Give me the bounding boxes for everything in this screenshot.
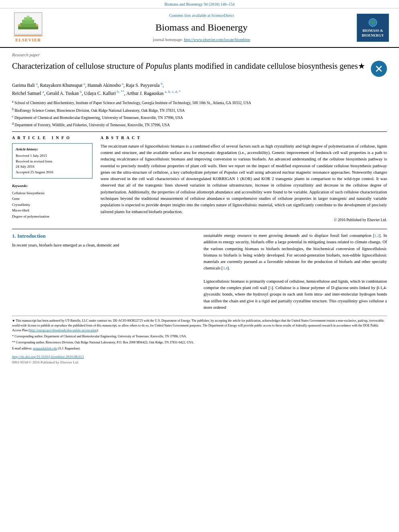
accepted-date: Accepted 25 August 2016 — [16, 170, 89, 175]
journal-citation-bar: Biomass and Bioenergy 94 (2016) 146–154 — [0, 0, 399, 8]
svg-point-5 — [18, 24, 21, 27]
affiliation-b: BioEnergy Science Center, Biosciences Di… — [14, 109, 185, 113]
svg-point-6 — [36, 24, 38, 27]
science-direct-text: Contents lists available at ScienceDirec… — [52, 13, 351, 18]
abstract-header: A B S T R A C T — [101, 135, 387, 141]
revised-label: Received in revised form — [16, 159, 89, 164]
issn-text: 0961-9534/© 2016 Published by Elsevier L… — [12, 360, 387, 366]
crossmark-logo[interactable] — [371, 61, 387, 77]
footnote-single-star: * Corresponding author. Department of Ch… — [12, 334, 387, 339]
article-body-columns: A R T I C L E I N F O Article history: R… — [12, 135, 387, 223]
footnote-double-star: ** Corresponding author. Biosciences Div… — [12, 340, 387, 345]
doi-link: http://dx.doi.org/10.1016/j.biombioe.201… — [12, 354, 387, 360]
journal-title-area: Contents lists available at ScienceDirec… — [52, 13, 351, 43]
abstract-text: The recalcitrant nature of lignocellulos… — [101, 143, 387, 215]
article-info-box: Article history: Received 1 July 2015 Re… — [12, 143, 93, 179]
article-info-column: A R T I C L E I N F O Article history: R… — [12, 135, 93, 223]
received-date: Received 1 July 2015 — [16, 153, 89, 159]
intro-section: 1. Introduction In recent years, biofuel… — [12, 232, 387, 311]
elsevier-logo-area: ELSEVIER — [8, 12, 48, 43]
affiliations: a School of Chemistry and Biochemistry, … — [12, 99, 387, 128]
elsevier-wordmark: ELSEVIER — [14, 35, 42, 43]
journal-logo-box: BIOMASS &BIOENERGY — [357, 14, 389, 42]
journal-url[interactable]: http://www.elsevier.com/locate/biombioe — [184, 37, 250, 42]
revised-date: 24 July 2016 — [16, 164, 89, 170]
journal-logo-text: BIOMASS &BIOENERGY — [362, 29, 384, 38]
article-info-header: A R T I C L E I N F O — [12, 135, 93, 141]
section-divider — [12, 131, 387, 132]
affiliation-d: Department of Forestry, Wildlife, and Fi… — [14, 123, 170, 127]
article-title: Characterization of cellulose structure … — [12, 61, 367, 72]
intro-left-col: 1. Introduction In recent years, biofuel… — [12, 232, 195, 311]
keywords-title: Keywords: — [12, 183, 93, 189]
intro-text-right: sustainable energy resource to meet grow… — [204, 232, 387, 311]
page-wrapper: Biomass and Bioenergy 94 (2016) 146–154 — [0, 0, 399, 369]
keywords-content: Cellulose biosynthesis Gene Crystallinit… — [12, 190, 93, 219]
elsevier-logo: ELSEVIER — [14, 12, 42, 43]
article-type-label: Research paper — [12, 52, 387, 58]
science-direct-link[interactable]: ScienceDirect — [211, 13, 234, 18]
main-content: Research paper Characterization of cellu… — [0, 48, 399, 369]
journal-citation: Biomass and Bioenergy 94 (2016) 146–154 — [165, 2, 235, 6]
doi-section: http://dx.doi.org/10.1016/j.biombioe.201… — [12, 354, 387, 365]
footnote-star: ★ This manuscript has been authored by U… — [12, 318, 387, 333]
article-history-title: Article history: — [16, 147, 89, 152]
journal-title: Biomass and Bioenergy — [52, 21, 351, 35]
affiliation-c: Department of Chemical and Biomolecular … — [14, 116, 183, 120]
keywords-box: Keywords: Cellulose biosynthesis Gene Cr… — [12, 183, 93, 219]
journal-logo-area: BIOMASS &BIOENERGY — [355, 14, 391, 42]
intro-text-left: In recent years, biofuels have emerged a… — [12, 242, 195, 249]
intro-right-col: sustainable energy resource to meet grow… — [204, 232, 387, 311]
abstract-column: A B S T R A C T The recalcitrant nature … — [101, 135, 387, 223]
journal-homepage: journal homepage: http://www.elsevier.co… — [52, 37, 351, 43]
doe-plan-link[interactable]: http://energy.gov/downloads/doe-public-a… — [30, 329, 97, 332]
doi-url[interactable]: http://dx.doi.org/10.1016/j.biombioe.201… — [12, 355, 84, 359]
authors-line: Garima Bali a, Ratayakorn Khunsupat a, H… — [12, 81, 387, 97]
intro-heading: 1. Introduction — [12, 232, 195, 240]
svg-rect-4 — [27, 16, 29, 18]
intro-divider — [12, 229, 387, 229]
article-history-content: Received 1 July 2015 Received in revised… — [16, 153, 89, 175]
affiliation-a: School of Chemistry and Biochemistry, In… — [14, 101, 251, 105]
footnote-section: ★ This manuscript has been authored by U… — [12, 316, 387, 365]
journal-header: ELSEVIER Contents lists available at Sci… — [0, 8, 399, 48]
email-link[interactable]: aragausk@utk.edu — [33, 347, 57, 350]
elsevier-tree-graphic — [14, 12, 42, 35]
article-title-section: Characterization of cellulose structure … — [12, 61, 387, 77]
copyright-text: © 2016 Published by Elsevier Ltd. — [101, 218, 387, 223]
footnote-email: E-mail address: aragausk@utk.edu (A.J. R… — [12, 346, 387, 351]
